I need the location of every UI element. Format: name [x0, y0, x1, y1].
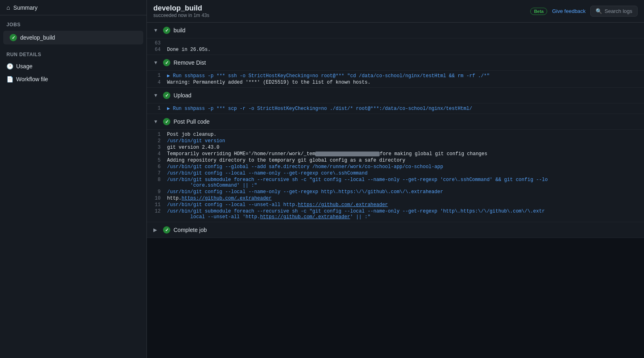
- line-number: 1: [147, 132, 167, 137]
- line-content: /usr/bin/git config --local --name-only …: [167, 189, 644, 195]
- log-line[interactable]: 8 /usr/bin/git submodule foreach --recur…: [147, 177, 644, 189]
- give-feedback-link[interactable]: Give feedback: [552, 8, 585, 14]
- line-content: Temporarily overriding HOME='/home/runne…: [167, 151, 644, 157]
- step-upload-success-icon: [163, 92, 170, 99]
- sidebar: ⌂ Summary Jobs develop_build Run details…: [0, 0, 147, 358]
- clock-icon: 🕐: [6, 63, 13, 69]
- workflow-run-subtitle: succeeded now in 1m 43s: [153, 13, 209, 18]
- step-build-logs: 63 64 Done in 26.05s.: [147, 38, 644, 55]
- step-upload-title: Upload: [174, 92, 191, 99]
- step-post-pull-code-title: Post Pull code: [174, 118, 210, 125]
- step-build-title: build: [174, 27, 186, 34]
- main-content: develop_build succeeded now in 1m 43s Be…: [147, 0, 644, 358]
- sidebar-summary[interactable]: ⌂ Summary: [0, 0, 146, 15]
- line-content: /usr/bin/git version: [167, 138, 644, 144]
- log-line[interactable]: 4 Temporarily overriding HOME='/home/run…: [147, 151, 644, 157]
- line-content: git version 2.43.0: [167, 145, 644, 150]
- beta-badge: Beta: [530, 8, 547, 15]
- chevron-down-icon: ▼: [153, 119, 160, 124]
- line-number: 1: [147, 73, 167, 78]
- search-icon: 🔍: [596, 8, 602, 14]
- step-build-header[interactable]: ▼ build: [147, 23, 644, 38]
- search-logs-label: Search logs: [604, 8, 632, 14]
- sidebar-job-name: develop_build: [20, 34, 55, 41]
- step-remove-dist: ▼ Remove Dist 1 ▶ Run sshpass -p *** ssh…: [147, 55, 644, 88]
- log-line[interactable]: 5 Adding repository directory to the tem…: [147, 157, 644, 164]
- step-build-success-icon: [163, 27, 170, 34]
- chevron-down-icon: ▼: [153, 60, 160, 65]
- line-number: 7: [147, 171, 167, 176]
- chevron-down-icon: ▼: [153, 27, 160, 33]
- redacted-content: [315, 152, 380, 156]
- step-upload-logs: 1 ▶ Run sshpass -p *** scp -r -o StrictH…: [147, 103, 644, 114]
- line-number: 4: [147, 151, 167, 157]
- line-content: /usr/bin/git config --global --add safe.…: [167, 164, 644, 170]
- jobs-section-label: Jobs: [0, 15, 146, 30]
- line-content: http.https://github.com/.extraheader: [167, 196, 644, 201]
- log-line[interactable]: 1 ▶ Run sshpass -p *** ssh -o StrictHost…: [147, 72, 644, 79]
- log-line[interactable]: 1 Post job cleanup.: [147, 131, 644, 138]
- run-details-section-label: Run details: [0, 45, 146, 60]
- line-number: 4: [147, 80, 167, 85]
- workflow-run-title: develop_build: [153, 4, 209, 13]
- step-remove-dist-header[interactable]: ▼ Remove Dist: [147, 55, 644, 71]
- step-upload-header[interactable]: ▼ Upload: [147, 88, 644, 103]
- sidebar-job-develop-build[interactable]: develop_build: [3, 31, 143, 44]
- line-number: 10: [147, 196, 167, 201]
- line-content: /usr/bin/git submodule foreach --recursi…: [167, 177, 644, 188]
- sidebar-nav-usage[interactable]: 🕐 Usage: [0, 60, 146, 73]
- log-line[interactable]: 11 /usr/bin/git config --local --unset-a…: [147, 202, 644, 208]
- home-icon: ⌂: [6, 4, 10, 11]
- log-line[interactable]: 4 Warning: Permanently added '***' (ED25…: [147, 79, 644, 86]
- log-line[interactable]: 9 /usr/bin/git config --local --name-onl…: [147, 189, 644, 195]
- step-complete-job-title: Complete job: [174, 227, 207, 233]
- log-area: ▼ build 63 64 Done in 26.05s. ▼ Remov: [147, 23, 644, 358]
- header-title-block: develop_build succeeded now in 1m 43s: [153, 4, 209, 18]
- line-number: 11: [147, 202, 167, 208]
- log-line[interactable]: 3 git version 2.43.0: [147, 144, 644, 151]
- log-line[interactable]: 2 /usr/bin/git version: [147, 138, 644, 144]
- line-content: ▶ Run sshpass -p *** ssh -o StrictHostKe…: [167, 73, 644, 79]
- log-line[interactable]: 1 ▶ Run sshpass -p *** scp -r -o StrictH…: [147, 105, 644, 112]
- main-header: develop_build succeeded now in 1m 43s Be…: [147, 0, 644, 23]
- sidebar-summary-label: Summary: [13, 4, 38, 11]
- step-build: ▼ build 63 64 Done in 26.05s.: [147, 23, 644, 55]
- chevron-right-icon: ▶: [153, 227, 160, 233]
- log-line[interactable]: 7 /usr/bin/git config --local --name-onl…: [147, 170, 644, 177]
- step-complete-job: ▶ Complete job: [147, 222, 644, 238]
- line-content: /usr/bin/git config --local --unset-all …: [167, 202, 644, 208]
- line-number: 12: [147, 208, 167, 214]
- line-number: 64: [147, 47, 167, 53]
- file-icon: 📄: [6, 76, 13, 82]
- line-number: 8: [147, 177, 167, 183]
- header-actions: Beta Give feedback 🔍 Search logs: [530, 6, 638, 17]
- step-post-pull-code-header[interactable]: ▼ Post Pull code: [147, 114, 644, 130]
- step-post-pull-code-logs: 1 Post job cleanup. 2 /usr/bin/git versi…: [147, 130, 644, 222]
- line-content: Done in 26.05s.: [167, 47, 644, 53]
- line-number: 5: [147, 158, 167, 163]
- sidebar-usage-label: Usage: [16, 63, 32, 69]
- line-number: 6: [147, 164, 167, 170]
- step-upload: ▼ Upload 1 ▶ Run sshpass -p *** scp -r -…: [147, 88, 644, 114]
- line-number: 3: [147, 145, 167, 150]
- line-content: /usr/bin/git submodule foreach --recursi…: [167, 208, 644, 220]
- line-content: /usr/bin/git config --local --name-only …: [167, 171, 644, 176]
- line-content: Adding repository directory to the tempo…: [167, 158, 644, 163]
- line-number: 63: [147, 40, 167, 46]
- step-post-pull-code: ▼ Post Pull code 1 Post job cleanup. 2 /…: [147, 114, 644, 222]
- log-line[interactable]: 10 http.https://github.com/.extraheader: [147, 195, 644, 202]
- step-post-pull-code-success-icon: [163, 118, 170, 125]
- sidebar-nav-workflow-file[interactable]: 📄 Workflow file: [0, 73, 146, 86]
- line-content: Post job cleanup.: [167, 132, 644, 137]
- chevron-down-icon: ▼: [153, 93, 160, 98]
- log-line[interactable]: 6 /usr/bin/git config --global --add saf…: [147, 164, 644, 170]
- line-content: Warning: Permanently added '***' (ED2551…: [167, 80, 644, 85]
- log-line[interactable]: 12 /usr/bin/git submodule foreach --recu…: [147, 208, 644, 220]
- step-remove-dist-success-icon: [163, 59, 170, 66]
- search-logs-button[interactable]: 🔍 Search logs: [590, 6, 638, 17]
- sidebar-workflow-label: Workflow file: [16, 76, 48, 82]
- log-line[interactable]: 64 Done in 26.05s.: [147, 46, 644, 53]
- line-number: 9: [147, 189, 167, 195]
- log-line[interactable]: 63: [147, 40, 644, 46]
- step-complete-job-header[interactable]: ▶ Complete job: [147, 222, 644, 238]
